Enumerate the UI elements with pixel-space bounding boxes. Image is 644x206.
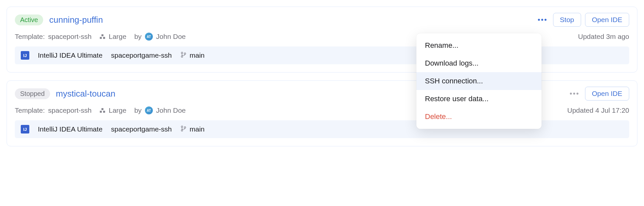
owner-info: by AT John Doe <box>134 33 186 41</box>
intellij-icon: IJ <box>21 125 29 133</box>
size-value: Large <box>109 106 126 114</box>
template-value: spaceport-ssh <box>48 106 92 114</box>
menu-restore-user-data[interactable]: Restore user data... <box>416 90 542 108</box>
by-label: by <box>134 33 142 41</box>
branch-info: main <box>181 125 205 133</box>
header-actions: Stop Open IDE <box>535 13 629 27</box>
avatar: AT <box>145 33 153 41</box>
menu-delete[interactable]: Delete... <box>416 108 542 126</box>
menu-rename[interactable]: Rename... <box>416 37 542 54</box>
owner-name: John Doe <box>156 33 186 41</box>
sitemap-icon <box>99 34 105 39</box>
stop-button[interactable]: Stop <box>553 13 581 27</box>
menu-download-logs[interactable]: Download logs... <box>416 54 542 72</box>
context-menu: Rename... Download logs... SSH connectio… <box>416 33 542 129</box>
template-label: Template: <box>15 106 45 114</box>
svg-point-5 <box>184 127 186 128</box>
status-badge: Active <box>15 15 43 25</box>
branch-info: main <box>181 51 205 59</box>
open-ide-button[interactable]: Open IDE <box>585 13 629 27</box>
template-value: spaceport-ssh <box>48 33 92 41</box>
status-badge: Stopped <box>15 88 50 99</box>
environment-card: Active cunning-puffin Stop Open IDE Temp… <box>7 7 637 73</box>
svg-point-0 <box>181 52 183 54</box>
avatar: AT <box>145 106 153 114</box>
owner-name: John Doe <box>156 106 186 114</box>
updated-time: Updated 3m ago <box>578 33 629 41</box>
template-info: Template: spaceport-ssh <box>15 33 92 41</box>
ide-name: IntelliJ IDEA Ultimate <box>38 125 102 133</box>
template-info: Template: spaceport-ssh <box>15 106 92 114</box>
menu-ssh-connection[interactable]: SSH connection... <box>416 72 542 90</box>
updated-time: Updated 4 Jul 17:20 <box>567 106 629 114</box>
environment-name-link[interactable]: mystical-toucan <box>56 89 116 99</box>
dots-icon <box>570 93 572 95</box>
more-actions-button[interactable] <box>535 17 549 23</box>
size-value: Large <box>109 33 126 41</box>
svg-point-3 <box>181 126 183 128</box>
branch-name: main <box>190 125 205 133</box>
branch-name: main <box>190 51 205 59</box>
branch-icon <box>181 51 186 59</box>
open-ide-button[interactable]: Open IDE <box>585 87 629 101</box>
template-label: Template: <box>15 33 45 41</box>
project-name: spaceportgame-ssh <box>111 125 172 133</box>
intellij-icon: IJ <box>21 51 29 60</box>
svg-point-4 <box>181 130 183 131</box>
branch-icon <box>181 125 186 133</box>
project-name: spaceportgame-ssh <box>111 51 172 59</box>
by-label: by <box>134 106 142 114</box>
owner-info: by AT John Doe <box>134 106 186 114</box>
ide-name: IntelliJ IDEA Ultimate <box>38 51 102 59</box>
environment-name-link[interactable]: cunning-puffin <box>49 15 103 25</box>
svg-point-1 <box>181 56 183 57</box>
header-actions: Open IDE <box>567 87 629 101</box>
size-info: Large <box>99 33 126 41</box>
more-actions-button[interactable] <box>567 91 581 97</box>
sitemap-icon <box>99 108 105 113</box>
card-header: Active cunning-puffin Stop Open IDE <box>15 13 629 27</box>
svg-point-2 <box>184 53 186 54</box>
environment-card: Stopped mystical-toucan Open IDE Templat… <box>7 80 637 146</box>
size-info: Large <box>99 106 126 114</box>
dots-icon <box>538 19 540 21</box>
